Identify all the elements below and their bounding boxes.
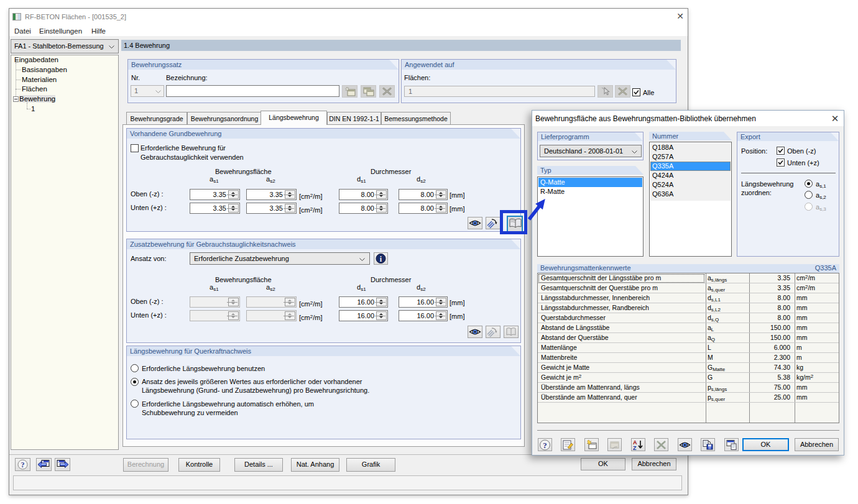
svg-text:Z: Z bbox=[633, 445, 637, 451]
svg-text:?: ? bbox=[21, 460, 25, 469]
svg-text:?: ? bbox=[543, 441, 547, 450]
